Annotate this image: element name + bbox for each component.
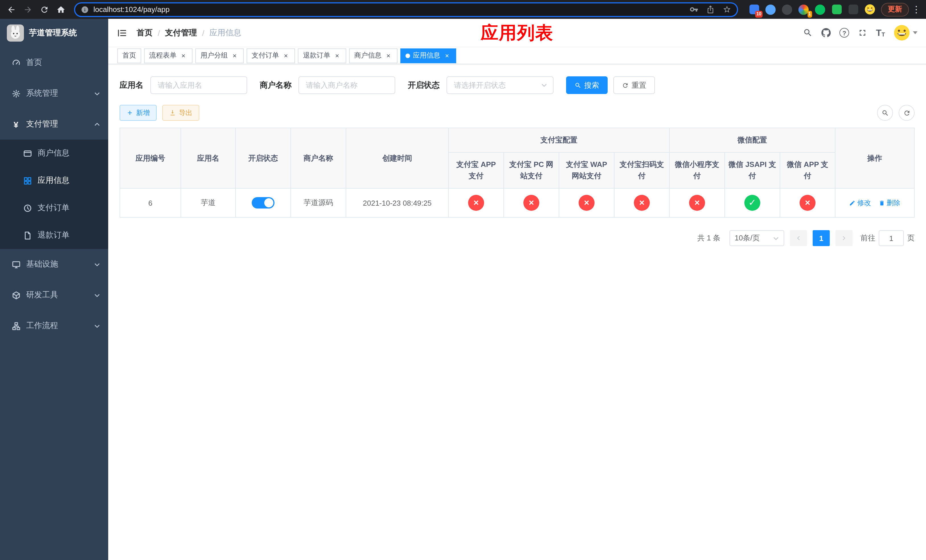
sidebar-item-refund-orders[interactable]: 退款订单 xyxy=(0,222,108,249)
extension-icon-4[interactable]: 1 xyxy=(798,4,809,15)
col-header-alipay-wap: 支付宝 WAP 网站支付 xyxy=(559,152,614,188)
collapse-sidebar-icon[interactable] xyxy=(117,28,127,38)
col-header-alipay-app: 支付宝 APP 支付 xyxy=(448,152,504,188)
col-header-name: 应用名 xyxy=(181,128,236,188)
close-icon[interactable] xyxy=(384,51,392,59)
sidebar-item-home[interactable]: 首页 xyxy=(0,47,108,78)
tag-merchant-info[interactable]: 商户信息 xyxy=(349,48,398,63)
reset-button[interactable]: 重置 xyxy=(613,76,655,94)
cell-app-name: 芋道 xyxy=(181,188,236,217)
forward-button[interactable] xyxy=(20,2,35,17)
sidebar-item-payment[interactable]: ¥ 支付管理 xyxy=(0,109,108,139)
search-icon[interactable] xyxy=(803,28,813,38)
sidebar-logo[interactable]: 芋道管理系统 xyxy=(0,19,108,47)
status-disabled-icon: × xyxy=(689,195,705,211)
sidebar-item-merchant-info[interactable]: 商户信息 xyxy=(0,139,108,167)
prev-page-button[interactable] xyxy=(790,230,807,246)
breadcrumb: 首页 / 支付管理 / 应用信息 xyxy=(137,28,242,38)
browser-update-button[interactable]: 更新 xyxy=(881,3,909,16)
browser-menu-icon[interactable] xyxy=(910,4,923,15)
delete-button[interactable]: 删除 xyxy=(879,198,900,207)
pencil-icon xyxy=(849,200,855,206)
extension-icon-3[interactable] xyxy=(781,4,793,15)
home-button[interactable] xyxy=(53,2,68,17)
app-table: 应用编号 应用名 开启状态 商户名称 创建时间 支付宝配置 微信配置 操作 支付… xyxy=(120,128,915,218)
tag-user-group[interactable]: 用户分组 xyxy=(195,48,244,63)
toolbox-icon xyxy=(11,291,21,300)
close-icon[interactable] xyxy=(231,51,239,59)
app-name-input[interactable] xyxy=(150,76,247,94)
font-size-icon[interactable]: TT xyxy=(876,28,885,37)
refresh-table-button[interactable] xyxy=(899,105,915,121)
password-key-icon[interactable] xyxy=(690,5,698,14)
trash-icon xyxy=(879,200,885,206)
fullscreen-icon[interactable] xyxy=(858,28,867,38)
status-disabled-icon: × xyxy=(800,195,816,211)
breadcrumb-home[interactable]: 首页 xyxy=(137,28,153,38)
gear-icon xyxy=(11,89,21,98)
col-header-ops: 操作 xyxy=(835,128,914,188)
close-icon[interactable] xyxy=(333,51,341,59)
next-page-button[interactable] xyxy=(835,230,853,246)
cell-created-time: 2021-10-23 08:49:25 xyxy=(346,188,448,217)
page-number-1[interactable]: 1 xyxy=(813,230,830,246)
sidebar-item-infra[interactable]: 基础设施 xyxy=(0,249,108,280)
reload-button[interactable] xyxy=(36,2,52,17)
extension-icon-6[interactable] xyxy=(831,4,842,15)
goto-page-input[interactable] xyxy=(879,230,904,246)
sidebar-item-devtools[interactable]: 研发工具 xyxy=(0,280,108,310)
row-status-switch[interactable] xyxy=(252,197,274,209)
toggle-search-button[interactable] xyxy=(877,105,893,121)
site-info-icon[interactable] xyxy=(81,5,89,14)
bookmark-star-icon[interactable] xyxy=(723,5,731,14)
order-clock-icon xyxy=(23,203,32,212)
close-icon[interactable] xyxy=(179,51,188,59)
col-header-status: 开启状态 xyxy=(236,128,291,188)
extension-icon-7[interactable] xyxy=(847,4,859,15)
breadcrumb-payment[interactable]: 支付管理 xyxy=(165,28,197,38)
sidebar-item-workflow[interactable]: 工作流程 xyxy=(0,310,108,341)
search-icon xyxy=(881,109,889,117)
address-bar[interactable]: localhost:1024/pay/app xyxy=(74,2,738,17)
status-select[interactable]: 请选择开启状态 xyxy=(446,76,554,94)
extension-icon-2[interactable] xyxy=(765,4,776,15)
tag-home[interactable]: 首页 xyxy=(117,48,141,63)
table-toolbar: 新增 导出 xyxy=(120,105,915,121)
close-icon[interactable] xyxy=(443,51,451,59)
sidebar: 芋道管理系统 首页 系统管理 ¥ xyxy=(0,19,108,560)
tags-view-bar: 首页 流程表单 用户分组 支付订单 退款订单 xyxy=(108,47,926,64)
app-title: 芋道管理系统 xyxy=(29,28,77,38)
tag-refund-orders[interactable]: 退款订单 xyxy=(298,48,346,63)
edit-button[interactable]: 修改 xyxy=(849,198,871,207)
sidebar-item-app-info[interactable]: 应用信息 xyxy=(0,167,108,194)
sidebar-item-system[interactable]: 系统管理 xyxy=(0,78,108,109)
page-content: 应用名 商户名称 开启状态 请选择开启状态 xyxy=(108,64,926,560)
status-disabled-icon: × xyxy=(579,195,595,211)
user-avatar[interactable] xyxy=(894,24,917,41)
github-icon[interactable] xyxy=(821,28,831,38)
search-button[interactable]: 搜索 xyxy=(566,76,608,94)
extension-icon-8[interactable] xyxy=(864,4,875,15)
col-header-wx-app: 微信 APP 支付 xyxy=(780,152,835,188)
top-navbar: 首页 / 支付管理 / 应用信息 应用列表 ? xyxy=(108,19,926,47)
grid-icon xyxy=(23,176,32,185)
browser-window: localhost:1024/pay/app 10 xyxy=(0,0,926,560)
help-icon[interactable]: ? xyxy=(840,28,849,38)
merchant-name-input[interactable] xyxy=(298,76,395,94)
add-button[interactable]: 新增 xyxy=(120,105,157,121)
page-size-select[interactable]: 10条/页 xyxy=(729,230,784,246)
col-header-id: 应用编号 xyxy=(120,128,181,188)
table-row: 6 芋道 芋道源码 2021-10-23 08:49:25 × × × × × xyxy=(120,188,914,217)
tag-pay-orders[interactable]: 支付订单 xyxy=(247,48,295,63)
close-icon[interactable] xyxy=(282,51,290,59)
back-button[interactable] xyxy=(3,2,19,17)
chevron-right-icon xyxy=(841,235,847,242)
tag-app-info-active[interactable]: 应用信息 xyxy=(400,48,456,63)
share-icon[interactable] xyxy=(706,5,715,14)
sidebar-item-pay-orders[interactable]: 支付订单 xyxy=(0,194,108,222)
export-button[interactable]: 导出 xyxy=(162,105,199,121)
url-text[interactable]: localhost:1024/pay/app xyxy=(94,5,690,14)
tag-process-form[interactable]: 流程表单 xyxy=(144,48,192,63)
extension-icon-5[interactable] xyxy=(814,4,826,15)
extension-icon-1[interactable]: 10 xyxy=(748,4,760,15)
